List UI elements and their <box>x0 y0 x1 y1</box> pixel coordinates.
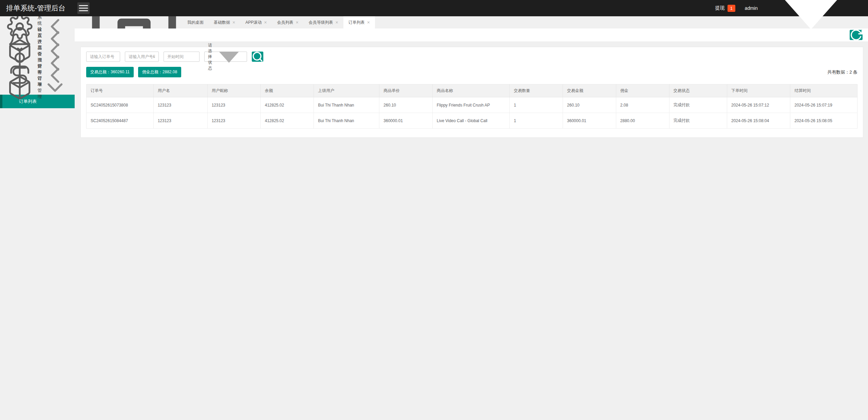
total-trade-value: 360260.11 <box>111 70 130 74</box>
total-trade-badge: 交易总额：360260.11 <box>86 67 134 77</box>
order-no-input[interactable] <box>86 52 120 62</box>
table-header-cell: 用户昵称 <box>207 84 261 97</box>
status-select[interactable]: 请选择状态 <box>204 52 247 62</box>
caret-down-icon <box>214 42 244 72</box>
table-cell-unit-price: 360000.01 <box>379 113 433 129</box>
sidebar: 系统设置 站点设置 产品管理 会员管理 财务管理 订单管理 <box>0 16 75 420</box>
table-cell-status: 完成付款 <box>669 113 727 129</box>
table-cell-quantity: 1 <box>510 113 563 129</box>
table-header-cell: 订单号 <box>87 84 154 97</box>
table-header-cell: 交易数量 <box>510 84 563 97</box>
sidebar-item[interactable]: 订单管理 <box>0 81 75 94</box>
tab-label: 订单列表 <box>348 20 365 25</box>
tab-label: 我的桌面 <box>187 20 204 25</box>
tab-close-icon[interactable]: × <box>336 20 338 25</box>
tab-close-icon[interactable]: × <box>264 20 267 25</box>
table-cell-parent-user: Bui Thi Thanh Nhan <box>314 97 379 113</box>
table-cell-commission: 2.08 <box>616 97 669 113</box>
table-cell-nickname: 123123 <box>207 113 261 129</box>
table-cell-product-name: Flippy Friends Fruit Crush AP <box>433 97 510 113</box>
summary-row: 交易总额：360260.11 佣金总额：2882.08 共有数据：2 条 <box>86 67 857 77</box>
table-header-cell: 上级用户 <box>314 84 379 97</box>
tab-close-icon[interactable]: × <box>296 20 298 25</box>
user-no-input[interactable] <box>125 52 159 62</box>
table-header-cell: 用户名 <box>153 84 207 97</box>
table-cell-balance: 412825.02 <box>261 97 314 113</box>
table-cell-commission: 2880.00 <box>616 113 669 129</box>
search-icon <box>252 51 263 62</box>
start-time-input[interactable] <box>164 52 200 62</box>
withdraw-count-badge: 1 <box>728 5 735 12</box>
table-header-cell: 交易状态 <box>669 84 727 97</box>
table-cell-username: 123123 <box>153 97 207 113</box>
sidebar-subitem-label: 订单列表 <box>19 98 37 104</box>
top-bar: 排单系统-管理后台 提现 1 admin <box>0 0 868 16</box>
tab[interactable]: 会员等级列表 × <box>304 16 343 28</box>
tab-label: APP滚动 <box>245 20 262 25</box>
table-header-cell: 佣金 <box>616 84 669 97</box>
tab-label: 会员列表 <box>277 20 293 25</box>
table-cell-amount: 360000.01 <box>563 113 616 129</box>
table-cell-order-time: 2024-05-26 15:07:12 <box>727 97 790 113</box>
tab-label: 基础数据 <box>214 20 230 25</box>
table-cell-balance: 412825.02 <box>261 113 314 129</box>
sidebar-item-label: 订单管理 <box>37 75 42 100</box>
app-title: 排单系统-管理后台 <box>0 3 73 13</box>
admin-user-menu[interactable]: admin <box>745 0 862 59</box>
table-cell-order-no: SC24052615084487 <box>87 113 154 129</box>
table-cell-order-time: 2024-05-26 15:08:04 <box>727 113 790 129</box>
tab[interactable]: 订单列表 × <box>343 16 375 28</box>
table-cell-amount: 260.10 <box>563 97 616 113</box>
table-cell-username: 123123 <box>153 113 207 129</box>
table-cell-product-name: Live Video Call - Global Call <box>433 113 510 129</box>
orders-table: 订单号 用户名 用户昵称 余额 上级用户 商品单价 <box>86 84 857 129</box>
table-header-cell: 商品名称 <box>433 84 510 97</box>
tab-close-icon[interactable]: × <box>232 20 235 25</box>
table-row: SC24052615084487 123123 123123 412825.02… <box>87 113 857 129</box>
table-cell-settle-time: 2024-05-26 15:07:19 <box>790 97 857 113</box>
tab-close-icon[interactable]: × <box>367 20 370 25</box>
table-cell-unit-price: 260.10 <box>379 97 433 113</box>
table-row: SC24052615073808 123123 123123 412825.02… <box>87 97 857 113</box>
tab[interactable]: 会员列表 × <box>272 16 303 28</box>
table-header-row: 订单号 用户名 用户昵称 余额 上级用户 商品单价 <box>87 84 857 97</box>
table-cell-settle-time: 2024-05-26 15:08:05 <box>790 113 857 129</box>
record-count: 共有数据：2 条 <box>827 69 857 75</box>
status-select-value: 请选择状态 <box>208 42 214 71</box>
table-cell-quantity: 1 <box>510 97 563 113</box>
admin-username: admin <box>745 5 758 11</box>
tab-label: 会员等级列表 <box>309 20 333 25</box>
order-list-card: 请选择状态 交易总额：360260.11 佣金总额：2882.08 共有数据：2… <box>80 47 863 138</box>
table-cell-nickname: 123123 <box>207 97 261 113</box>
table-header-cell: 下单时间 <box>727 84 790 97</box>
chevron-down-icon <box>42 75 68 100</box>
table-header-cell: 余额 <box>261 84 314 97</box>
table-header-cell: 交易金额 <box>563 84 616 97</box>
total-commission-value: 2882.08 <box>163 70 177 74</box>
main-area: 我的桌面 × 基础数据 × APP滚动 × 会员列表 × <box>75 16 868 420</box>
content: 请选择状态 交易总额：360260.11 佣金总额：2882.08 共有数据：2… <box>75 41 868 420</box>
table-header-cell: 商品单价 <box>379 84 433 97</box>
box-icon <box>7 75 33 100</box>
search-button[interactable] <box>252 52 263 62</box>
tab[interactable]: APP滚动 × <box>240 16 272 28</box>
menu-icon <box>77 2 90 14</box>
tab[interactable]: 基础数据 × <box>209 16 240 28</box>
withdraw-link[interactable]: 提现 <box>715 5 725 11</box>
topbar-right: 提现 1 admin <box>715 0 868 59</box>
sidebar-toggle-button[interactable] <box>77 2 90 14</box>
total-commission-badge: 佣金总额：2882.08 <box>138 67 181 77</box>
caret-down-icon <box>760 0 862 59</box>
table-cell-order-no: SC24052615073808 <box>87 97 154 113</box>
table-cell-status: 完成付款 <box>669 97 727 113</box>
tab[interactable]: 我的桌面 × <box>78 16 209 28</box>
table-header-cell: 结算时间 <box>790 84 857 97</box>
table-cell-parent-user: Bui Thi Thanh Nhan <box>314 113 379 129</box>
